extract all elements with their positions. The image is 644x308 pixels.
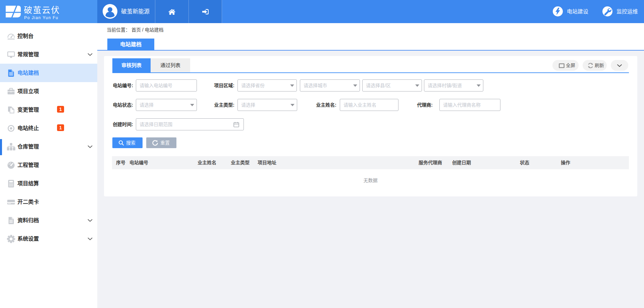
svg-text:Po Jian Yun Fu: Po Jian Yun Fu bbox=[24, 15, 58, 20]
svg-text:破茧云伏: 破茧云伏 bbox=[24, 5, 60, 15]
